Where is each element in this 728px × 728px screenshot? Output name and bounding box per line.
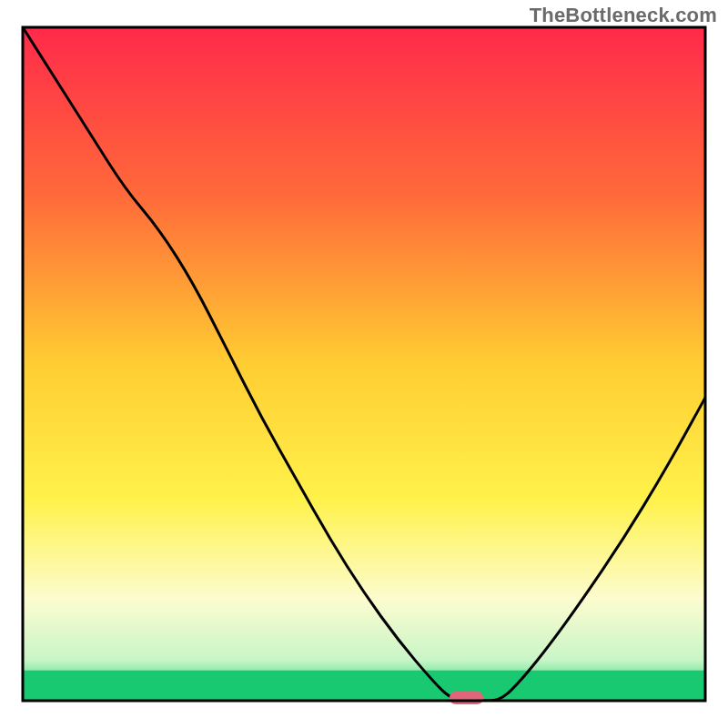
optimal-zone-marker xyxy=(450,692,484,704)
green-band xyxy=(23,671,705,701)
plot-area xyxy=(23,27,705,704)
chart-stage: TheBottleneck.com xyxy=(0,0,728,728)
bottleneck-chart xyxy=(0,0,728,728)
gradient-background xyxy=(23,27,705,701)
watermark-text: TheBottleneck.com xyxy=(530,4,717,27)
